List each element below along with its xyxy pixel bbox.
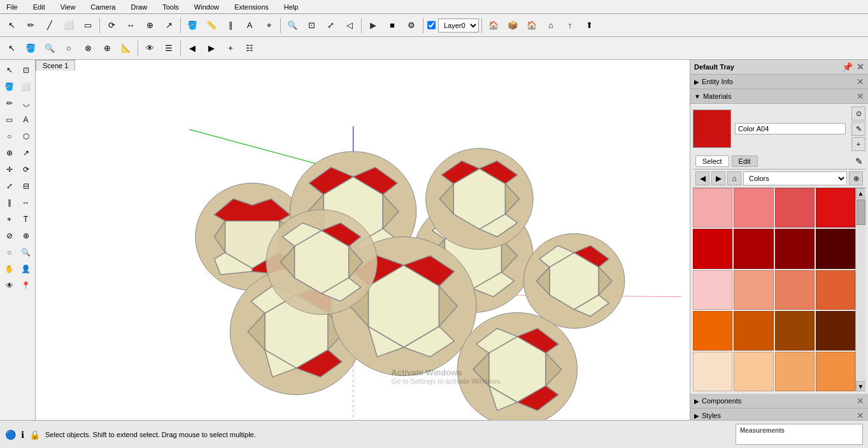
lt-offset[interactable]: ⊟ bbox=[18, 178, 34, 194]
tool-prev-view[interactable]: ◁ bbox=[341, 17, 359, 34]
lt-zoom3[interactable]: 🔍 bbox=[18, 245, 34, 260]
tool-zoom2[interactable]: 🔍 bbox=[41, 40, 59, 57]
tool-upload[interactable]: ⬆ bbox=[580, 17, 598, 34]
swatches-scroll-inner[interactable] bbox=[693, 188, 855, 391]
material-edit-btn[interactable]: ✎ bbox=[851, 122, 865, 136]
tool-tape[interactable]: ∥ bbox=[222, 17, 239, 34]
entity-info-section[interactable]: ▶ Entity Info ✕ bbox=[690, 75, 868, 89]
tool-line[interactable]: ╱ bbox=[41, 17, 59, 34]
lt-pencil[interactable]: ✏ bbox=[2, 96, 17, 111]
nav-extra-btn[interactable]: ⊕ bbox=[849, 171, 863, 185]
layer-dropdown[interactable]: Layer0 bbox=[438, 18, 479, 33]
tool-paint[interactable]: 🪣 bbox=[183, 17, 201, 34]
nav-home-btn[interactable]: ⌂ bbox=[727, 171, 741, 185]
tool-search[interactable]: 🔍 bbox=[283, 17, 301, 34]
swatch-2[interactable] bbox=[775, 188, 815, 228]
swatch-0[interactable] bbox=[693, 188, 732, 228]
scene-tab[interactable]: Scene 1 bbox=[36, 60, 75, 71]
components-section[interactable]: ▶ Components ✕ bbox=[690, 394, 868, 408]
lt-position[interactable]: 📍 bbox=[18, 278, 34, 293]
swatch-5[interactable] bbox=[734, 229, 773, 268]
canvas-area[interactable]: Scene 1 bbox=[36, 60, 690, 420]
material-sample-btn[interactable]: ⊙ bbox=[851, 106, 865, 120]
lt-paint[interactable]: 🪣 bbox=[2, 79, 17, 94]
tool-select2[interactable]: ↖ bbox=[3, 40, 20, 57]
menu-view[interactable]: View bbox=[57, 2, 80, 12]
tool-flip[interactable]: ↔ bbox=[122, 17, 139, 34]
nav-forward-btn[interactable]: ▶ bbox=[711, 171, 725, 185]
materials-pencil-icon[interactable]: ✎ bbox=[855, 156, 863, 166]
lt-look[interactable]: 👁 bbox=[2, 278, 17, 293]
layer-checkbox[interactable] bbox=[427, 21, 436, 29]
tool-rotate[interactable]: ⟳ bbox=[103, 17, 120, 34]
tool-home2[interactable]: ⌂ bbox=[542, 17, 560, 34]
lt-push-pull[interactable]: ⊕ bbox=[2, 145, 17, 161]
menu-extensions[interactable]: Extensions bbox=[231, 2, 273, 12]
tool-text[interactable]: A bbox=[241, 17, 259, 34]
material-name-input[interactable] bbox=[735, 123, 846, 134]
swatches-scrollbar[interactable]: ▲ ▼ bbox=[855, 188, 865, 391]
swatch-6[interactable] bbox=[775, 229, 815, 268]
lt-select2[interactable]: ⊡ bbox=[18, 62, 34, 78]
tool-pencil[interactable]: ✏ bbox=[22, 17, 39, 34]
tool-stop[interactable]: ■ bbox=[383, 17, 401, 34]
materials-close[interactable]: ✕ bbox=[857, 91, 864, 101]
lt-orbit[interactable]: ○ bbox=[2, 245, 17, 260]
materials-header[interactable]: ▼ Materials ✕ bbox=[690, 89, 868, 104]
lt-scale[interactable]: ⤢ bbox=[2, 178, 17, 194]
styles-section[interactable]: ▶ Styles ✕ bbox=[690, 408, 868, 420]
tool-follow-me[interactable]: ↗ bbox=[160, 17, 178, 34]
lt-tape[interactable]: ∥ bbox=[2, 195, 17, 210]
tool-paint2[interactable]: 🪣 bbox=[22, 40, 39, 57]
tool-measure[interactable]: 📏 bbox=[203, 17, 220, 34]
tool-nav-back[interactable]: ◀ bbox=[183, 40, 201, 57]
lt-rect[interactable]: ▭ bbox=[2, 112, 17, 127]
lt-arc[interactable]: ◡ bbox=[18, 96, 34, 111]
lt-follow[interactable]: ↗ bbox=[18, 145, 34, 161]
swatch-12[interactable] bbox=[693, 311, 732, 350]
components-close[interactable]: ✕ bbox=[857, 396, 864, 406]
scroll-thumb[interactable] bbox=[857, 199, 865, 225]
swatch-13[interactable] bbox=[734, 311, 773, 350]
swatch-14[interactable] bbox=[775, 311, 815, 350]
tool-measure2[interactable]: 📐 bbox=[117, 40, 135, 57]
tool-section[interactable]: ⊗ bbox=[79, 40, 97, 57]
lt-polygon[interactable]: ⬡ bbox=[18, 129, 34, 144]
tool-settings[interactable]: ⚙ bbox=[402, 17, 420, 34]
swatch-17[interactable] bbox=[734, 352, 773, 391]
menu-window[interactable]: Window bbox=[190, 2, 223, 12]
swatch-9[interactable] bbox=[734, 270, 773, 310]
lt-3d-text[interactable]: A bbox=[18, 112, 34, 127]
lt-dim[interactable]: ↔ bbox=[18, 195, 34, 210]
tool-orbit2[interactable]: ○ bbox=[60, 40, 78, 57]
tool-protractor[interactable]: ⌖ bbox=[260, 17, 278, 34]
entity-info-close[interactable]: ✕ bbox=[857, 76, 864, 87]
scroll-down-arrow[interactable]: ▼ bbox=[856, 381, 866, 391]
swatch-15[interactable] bbox=[816, 311, 855, 350]
colors-dropdown[interactable]: Colors Bricks and Cladding Colors-Named … bbox=[743, 171, 847, 185]
menu-edit[interactable]: Edit bbox=[29, 2, 49, 12]
menu-tools[interactable]: Tools bbox=[159, 2, 183, 12]
tool-select[interactable]: ↖ bbox=[3, 17, 20, 34]
tray-close-button[interactable]: ✕ bbox=[857, 62, 864, 72]
select-tab[interactable]: Select bbox=[695, 155, 729, 167]
swatch-7[interactable] bbox=[816, 229, 855, 268]
lt-circle[interactable]: ○ bbox=[2, 129, 17, 144]
tool-push-pull[interactable]: ⊕ bbox=[141, 17, 159, 34]
swatch-10[interactable] bbox=[775, 270, 815, 310]
tool-walk[interactable]: ⊕ bbox=[98, 40, 116, 57]
measurements-input[interactable] bbox=[740, 434, 858, 442]
tool-nav-add[interactable]: + bbox=[222, 40, 239, 57]
lt-pan[interactable]: ✋ bbox=[2, 261, 17, 277]
tool-warehouse[interactable]: 📦 bbox=[504, 17, 522, 34]
styles-close[interactable]: ✕ bbox=[857, 410, 864, 420]
tool-zoom-extents[interactable]: ⤢ bbox=[322, 17, 339, 34]
lt-axes[interactable]: ⊕ bbox=[18, 228, 34, 243]
viewport[interactable] bbox=[36, 60, 690, 420]
swatch-1[interactable] bbox=[734, 188, 773, 228]
lt-section[interactable]: ⊘ bbox=[2, 228, 17, 243]
lt-protractor[interactable]: ⌖ bbox=[2, 212, 17, 227]
tool-play[interactable]: ▶ bbox=[364, 17, 382, 34]
menu-file[interactable]: File bbox=[3, 2, 22, 12]
tool-hide[interactable]: 👁 bbox=[141, 40, 159, 57]
